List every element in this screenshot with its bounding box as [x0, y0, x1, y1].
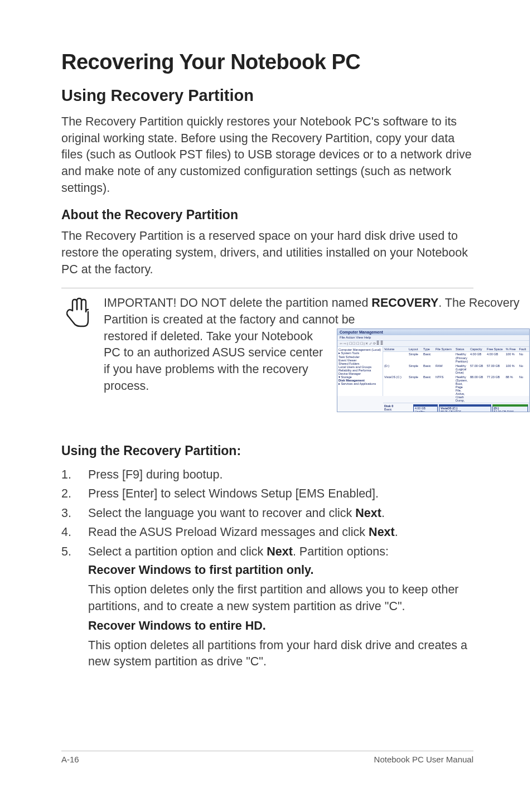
step-text: Select a partition option and click: [88, 545, 267, 558]
caution-hand-icon: [61, 295, 93, 331]
dm-tree: Computer Management (Local) ▸ System Too…: [337, 347, 383, 396]
step-number: 2.: [61, 485, 88, 503]
step-item: 4. Read the ASUS Preload Wizard messages…: [61, 524, 473, 541]
using-heading: Using the Recovery Partition:: [61, 443, 473, 458]
dm-row: SimpleBasicHealthy (Primary Partition)4.…: [383, 352, 529, 363]
step-number: 1.: [61, 466, 88, 484]
step-bold: Next: [355, 506, 381, 520]
step-text-post: .: [381, 506, 385, 520]
important-text-lead: IMPORTANT! DO NOT delete the partition n…: [104, 296, 371, 310]
step-text: Press [Enter] to select Windows Setup [E…: [88, 485, 473, 503]
option-title: Recover Windows to first partition only.: [88, 562, 473, 578]
footer-manual-title: Notebook PC User Manual: [374, 755, 473, 764]
dm-toolbar: ⇦ ⇨ | ☐ ☐ ☐ ☐ | ✕ ⤢ ⟳ ≣ ≣: [337, 341, 529, 347]
dm-row: (D:)SimpleBasicRAWHealthy (Logical Drive…: [383, 364, 529, 375]
step-item: 3. Select the language you want to recov…: [61, 505, 473, 522]
step-text: Press [F9] during bootup.: [88, 466, 473, 484]
step-text-post: .: [395, 525, 398, 539]
step-text: Read the ASUS Preload Wizard messages an…: [88, 525, 369, 539]
section-heading-using-recovery: Using Recovery Partition: [61, 86, 473, 105]
intro-paragraph: The Recovery Partition quickly restores …: [61, 114, 473, 196]
about-paragraph: The Recovery Partition is a reserved spa…: [61, 228, 473, 278]
dm-partition-strip: Disk 0 Basic 149.05 GB Online 4.00 GB He…: [383, 403, 529, 412]
step-number: 3.: [61, 505, 88, 522]
step-text-post: . Partition options:: [293, 545, 389, 558]
important-text-tail2: restored if deleted. Take your Notebook …: [104, 328, 327, 395]
option-title: Recover Windows to entire HD.: [88, 618, 473, 634]
about-heading: About the Recovery Partition: [61, 207, 473, 223]
page-footer: A-16 Notebook PC User Manual: [61, 751, 473, 764]
dm-menu-bar: File Action View Help: [337, 335, 529, 341]
dm-table-header: Volume Layout Type File System Status Ca…: [383, 347, 529, 352]
dm-row: VistaOS (C:)SimpleBasicNTFSHealthy (Syst…: [383, 375, 529, 403]
step-number: 5.: [61, 543, 88, 561]
step-number: 4.: [61, 524, 88, 541]
dm-tree-item: ▸ Services and Applications: [338, 382, 381, 385]
footer-page-number: A-16: [61, 755, 79, 764]
step-text: Select the language you want to recover …: [88, 506, 355, 520]
option-body: This option deletes only the first parti…: [88, 582, 473, 614]
dm-window-title: Computer Management: [337, 329, 529, 336]
step-bold: Next: [267, 545, 293, 558]
page-title: Recovering Your Notebook PC: [61, 50, 473, 74]
option-body: This option deletes all partitions from …: [88, 637, 473, 670]
step-item: 1. Press [F9] during bootup.: [61, 466, 473, 484]
important-text-bold: RECOVERY: [371, 296, 438, 310]
step-item: 5. Select a partition option and click N…: [61, 543, 473, 561]
disk-management-screenshot: Computer Management File Action View Hel…: [337, 328, 530, 412]
step-item: 2. Press [Enter] to select Windows Setup…: [61, 485, 473, 503]
important-callout: IMPORTANT! DO NOT delete the partition n…: [61, 288, 473, 412]
step-bold: Next: [369, 525, 395, 539]
